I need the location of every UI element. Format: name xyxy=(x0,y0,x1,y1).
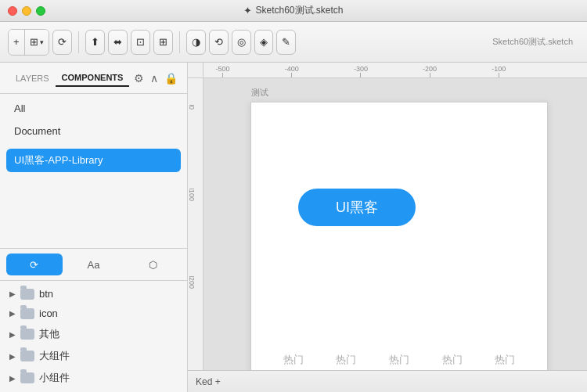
ruler-tick-label: -500 xyxy=(215,65,229,73)
transform-button[interactable]: ⟲ xyxy=(209,30,229,55)
canvas-body: 0 100 200 测试 UI黑客 xyxy=(188,78,587,370)
artboard-label: 测试 xyxy=(251,87,268,99)
ruler-tick-100: 100 xyxy=(188,189,196,201)
close-button[interactable] xyxy=(8,6,17,16)
symbol-icon: ◈ xyxy=(260,36,268,48)
chevron-down-icon: ▾ xyxy=(40,38,44,46)
toolbar: + ⊞ ▾ ⟳ ⬆ ⬌ ⊡ ⊞ ◑ ⟲ ◎ ◈ ✎ Sketch60测试.ske… xyxy=(0,22,587,63)
sketch-icon: ✦ xyxy=(243,5,252,16)
add-tool-group: + ⊞ ▾ xyxy=(8,29,49,56)
path-icon: ◑ xyxy=(192,36,200,48)
ruler-vertical: 0 100 200 xyxy=(188,78,203,370)
align-icon: ⊡ xyxy=(136,36,145,48)
ruler-tick-label: -400 xyxy=(285,65,299,73)
align-button[interactable]: ⊡ xyxy=(131,30,150,55)
artboard[interactable]: 测试 UI黑客 热门 热门 热门 热门 热门 xyxy=(250,102,548,370)
ruler-tick-200: 200 xyxy=(188,276,196,289)
ruler-tick-label: -300 xyxy=(354,65,368,73)
toolbar-title: Sketch60测试.sketch xyxy=(492,36,579,48)
ruler-tick-0: 0 xyxy=(188,105,196,110)
tree-item-big-component[interactable]: ▶ 大组件 xyxy=(0,345,187,367)
folder-icon-big xyxy=(20,351,34,361)
tag-2: 热门 xyxy=(336,353,356,367)
ruler-tick-line xyxy=(291,73,292,77)
copy-icon: ⟳ xyxy=(58,36,67,48)
ruler-v-label: 0 xyxy=(188,106,196,110)
ruler-tick-line xyxy=(360,73,361,77)
tree-label-big: 大组件 xyxy=(39,349,70,363)
tag-1: 热门 xyxy=(283,353,304,367)
titlebar: ✦ Sketch60测试.sketch xyxy=(0,0,587,22)
titlebar-title: ✦ Sketch60测试.sketch xyxy=(243,4,343,17)
ked-button[interactable]: Ked + xyxy=(196,376,221,387)
ruler-v-label: 200 xyxy=(188,277,196,289)
bottom-tags: 热门 热门 热门 热门 热门 xyxy=(251,345,547,370)
ruler-h-ticks: -500 -400 -300 -200 -100 xyxy=(203,63,587,77)
filter-tab-color[interactable]: ⬡ xyxy=(124,254,181,275)
folder-icon-icon xyxy=(20,308,34,319)
minimize-button[interactable] xyxy=(22,6,31,16)
distribute-button[interactable]: ⊞ xyxy=(153,30,173,55)
add-icon: + xyxy=(13,36,20,48)
folder-icon-other xyxy=(20,329,34,340)
traffic-lights xyxy=(8,6,45,16)
ruler-tick-line xyxy=(430,73,430,77)
tree-arrow-btn: ▶ xyxy=(9,290,16,298)
filter-tab-symbol[interactable]: ⟳ xyxy=(6,254,63,275)
main-area: LAYERS COMPONENTS ⚙ ∧ 🔒 All Document UI黑… xyxy=(0,63,587,392)
path-button[interactable]: ◑ xyxy=(186,30,206,55)
all-item[interactable]: All xyxy=(11,100,176,117)
color-icon: ◎ xyxy=(237,36,246,48)
ruler-tick-neg400: -400 xyxy=(285,65,299,77)
color-filter-icon: ⬡ xyxy=(149,259,157,271)
symbol-filter-icon: ⟳ xyxy=(30,259,38,271)
library-document-section: Document xyxy=(0,123,187,146)
ui-hacker-button[interactable]: UI黑客 xyxy=(298,189,416,226)
maximize-button[interactable] xyxy=(36,6,45,16)
document-item[interactable]: Document xyxy=(11,123,176,139)
ruler-tick-neg100: -100 xyxy=(492,65,506,77)
resize-icon: ⬌ xyxy=(113,36,122,48)
bottom-bar: Ked + xyxy=(188,370,587,392)
component-tree: ▶ btn ▶ icon ▶ 其他 ▶ 大组件 xyxy=(0,281,187,392)
layers-button[interactable]: ⊞ ▾ xyxy=(25,30,49,55)
color-button[interactable]: ◎ xyxy=(232,30,251,55)
tree-item-btn[interactable]: ▶ btn xyxy=(0,284,187,304)
tree-item-icon[interactable]: ▶ icon xyxy=(0,304,187,323)
ruler-tick-neg300: -300 xyxy=(354,65,368,77)
selected-library-item[interactable]: UI黑客-APP-Library xyxy=(6,149,181,172)
filter-tab-text[interactable]: Aa xyxy=(66,254,122,275)
ruler-tick-line xyxy=(499,73,499,77)
separator1 xyxy=(78,31,79,53)
tag-4: 热门 xyxy=(442,353,463,367)
canvas-workspace[interactable]: 测试 UI黑客 热门 热门 热门 热门 热门 xyxy=(203,78,587,370)
tab-layers[interactable]: LAYERS xyxy=(9,70,56,86)
filter-tabs: ⟳ Aa ⬡ xyxy=(0,249,187,281)
tree-item-small-component[interactable]: ▶ 小组件 xyxy=(0,367,187,389)
tree-label-small: 小组件 xyxy=(39,371,70,385)
symbol-button[interactable]: ◈ xyxy=(254,30,273,55)
resize-button[interactable]: ⬌ xyxy=(108,30,128,55)
library-all-section: All xyxy=(0,94,187,123)
tree-arrow-big: ▶ xyxy=(9,352,16,361)
copy-button[interactable]: ⟳ xyxy=(52,30,72,55)
export-button[interactable]: ✎ xyxy=(276,30,296,55)
ruler-horizontal: -500 -400 -300 -200 -100 xyxy=(188,63,587,78)
transform-icon: ⟲ xyxy=(214,36,223,48)
distribute-icon: ⊞ xyxy=(159,36,167,48)
settings-icon[interactable]: ⚙ xyxy=(134,72,144,85)
collapse-icon[interactable]: ∧ xyxy=(150,72,158,85)
insert-button[interactable]: ⬆ xyxy=(85,30,105,55)
separator2 xyxy=(179,31,180,53)
sidebar: LAYERS COMPONENTS ⚙ ∧ 🔒 All Document UI黑… xyxy=(0,63,188,392)
tag-5: 热门 xyxy=(495,353,515,367)
folder-icon-btn xyxy=(20,289,34,300)
ruler-tick-label: -200 xyxy=(423,65,437,73)
tag-3: 热门 xyxy=(389,353,409,367)
ruler-tick-neg500: -500 xyxy=(215,65,229,77)
titlebar-text: Sketch60测试.sketch xyxy=(255,4,343,17)
tab-components[interactable]: COMPONENTS xyxy=(56,70,130,87)
export-icon: ✎ xyxy=(282,36,290,48)
tree-item-other[interactable]: ▶ 其他 xyxy=(0,323,187,345)
add-button[interactable]: + xyxy=(9,30,25,55)
